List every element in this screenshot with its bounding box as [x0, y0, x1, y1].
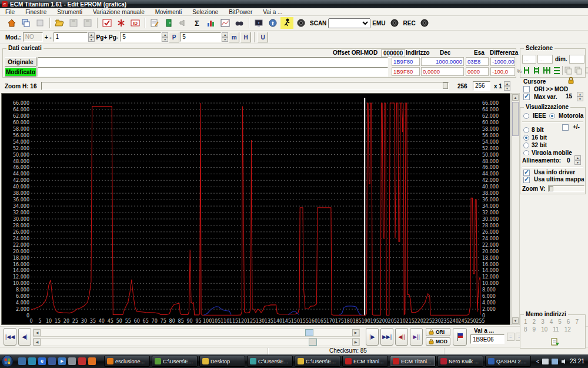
tray-chevron[interactable]: <	[536, 359, 539, 364]
volume-tray-icon[interactable]	[561, 359, 567, 364]
scroll-right-arrow[interactable]: ▶	[352, 339, 359, 346]
plus-minus-checkbox[interactable]	[562, 124, 569, 131]
driver-check-button[interactable]	[101, 17, 113, 29]
monitor-button[interactable]: T	[252, 17, 265, 29]
eprom-graph[interactable]: 002.0002.0004.0004.0006.0006.0008.0008.0…	[1, 93, 510, 325]
show-desktop-icon[interactable]	[18, 357, 26, 365]
notes-icon[interactable]	[78, 357, 86, 365]
go-first-button[interactable]: |◀◀	[4, 328, 16, 346]
record-dot-button[interactable]	[295, 17, 308, 29]
search-binoculars-button[interactable]	[233, 17, 246, 29]
taskbar-button-2[interactable]: Desktop	[199, 356, 245, 367]
rec-record-button[interactable]	[418, 17, 431, 29]
mod-lock-button[interactable]: MOD	[426, 337, 450, 346]
scroll-right-arrow[interactable]: ▶	[352, 329, 359, 336]
step-field[interactable]: 1	[54, 32, 88, 42]
firefox-icon[interactable]	[88, 357, 96, 365]
memo-slot-7[interactable]: 7	[575, 319, 579, 325]
window-switcher-icon[interactable]	[48, 357, 56, 365]
originale-button[interactable]: Originale	[5, 57, 36, 67]
scroll-up-arrow[interactable]: ▲	[512, 94, 519, 101]
menu-item-finestre[interactable]: Finestre	[20, 9, 52, 15]
zoomv-slider[interactable]	[548, 185, 584, 192]
menu-item-bitpower[interactable]: BitPower	[223, 9, 258, 15]
lock-sphere-button[interactable]	[266, 17, 279, 29]
memo-slot-1[interactable]: 1	[524, 319, 527, 325]
memo-slot-8[interactable]: 8	[524, 326, 527, 333]
zoomv-slider-thumb[interactable]	[549, 186, 553, 191]
usa-ultima-mappa-checkbox[interactable]	[523, 177, 530, 183]
ori-mod-checkbox[interactable]	[523, 86, 530, 92]
zoomh-size2[interactable]: 256	[473, 81, 490, 91]
emu-record-button[interactable]	[388, 17, 401, 29]
network-tray-icon[interactable]	[552, 359, 558, 364]
scrollbar-mod[interactable]: ◀ ▶	[33, 338, 360, 346]
zoomh-slider[interactable]	[41, 82, 449, 90]
menu-item-selezione[interactable]: Selezione	[187, 9, 223, 15]
motorola-radio[interactable]	[549, 113, 555, 119]
p-button[interactable]: P	[169, 32, 179, 42]
pg-spinner[interactable]: ▲▼	[162, 32, 168, 42]
taskbar-button-8[interactable]: QASHAI 2....	[485, 356, 531, 367]
pause-fwd-button[interactable]: ▶||	[410, 328, 423, 346]
explorer-icon[interactable]	[68, 357, 76, 365]
selezione-field-1[interactable]: ...	[522, 55, 536, 64]
step-back-button[interactable]: ◀||	[395, 328, 408, 346]
taskbar-button-4[interactable]: C:\Users\E...	[295, 356, 340, 367]
open-file-button[interactable]	[53, 17, 66, 29]
memo-slot-3[interactable]: 3	[541, 319, 544, 325]
vai-a-field[interactable]: 1B9E06	[470, 334, 505, 344]
memo-save-icon[interactable]	[551, 337, 560, 346]
home-button[interactable]	[5, 17, 18, 29]
scroll-left-arrow[interactable]: ◀	[34, 329, 41, 336]
memo-slot-4[interactable]: 4	[550, 319, 553, 325]
step-spinner[interactable]: ▲▼	[88, 32, 95, 42]
dim-field[interactable]	[569, 55, 584, 64]
memo-slot-5[interactable]: 5	[558, 319, 562, 325]
display-tray-icon[interactable]	[542, 359, 549, 364]
menu-item-file[interactable]: File	[0, 9, 20, 15]
scroll-left-arrow[interactable]: ◀	[34, 339, 41, 346]
go-prev-button[interactable]: ◀|	[18, 328, 31, 346]
h-button[interactable]: H	[240, 32, 251, 42]
menu-item-vai-a-[interactable]: Vai a ...	[258, 9, 288, 15]
asterisk-button[interactable]	[115, 17, 128, 29]
ieee-radio[interactable]	[523, 113, 529, 119]
modificato-field[interactable]	[38, 67, 388, 77]
p-field[interactable]: 5	[180, 32, 221, 42]
taskbar-button-1[interactable]: C:\Users\E...	[152, 356, 198, 367]
menu-item-movimenti[interactable]: Movimenti	[150, 9, 188, 15]
u-button[interactable]: U	[258, 32, 268, 42]
cascade-windows-button[interactable]	[19, 17, 32, 29]
fast-fwd-button[interactable]: ▶▶|	[380, 328, 393, 346]
memo-slot-2[interactable]: 2	[533, 319, 536, 325]
scroll-thumb-mod[interactable]	[309, 339, 317, 346]
memo-slot-12[interactable]: 12	[564, 326, 571, 333]
modificato-button[interactable]: Modificato	[5, 67, 36, 77]
menu-item-strumenti[interactable]: Strumenti	[52, 9, 88, 15]
scan-dropdown[interactable]	[328, 18, 370, 28]
memo-slot-9[interactable]: 9	[533, 326, 536, 333]
scroll-thumb-ori[interactable]	[305, 329, 313, 336]
taskbar-button-6[interactable]: ECM Titani...	[390, 356, 436, 367]
memo-slot-10[interactable]: 10	[541, 326, 547, 333]
title-bar[interactable]: e ECM Titanium 1.61 - Edit EPROM (grafic…	[0, 0, 588, 8]
menu-item-variazione-manuale[interactable]: Variazione manuale	[88, 9, 150, 15]
id-button[interactable]: ID	[129, 17, 142, 29]
taskbar-button-5[interactable]: ECM Titani...	[342, 356, 388, 367]
scrollbar-ori[interactable]: ◀ ▶	[33, 329, 360, 337]
scroll-down-arrow[interactable]: ▼	[512, 317, 519, 324]
chart-canvas[interactable]: 002.0002.0004.0004.0006.0006.0008.0008.0…	[2, 94, 510, 324]
flag-button[interactable]	[453, 328, 467, 346]
taskbar-button-0[interactable]: esclusione...	[104, 356, 150, 367]
max-var-value[interactable]: 15	[560, 92, 574, 102]
pg-field[interactable]: 5	[120, 32, 161, 42]
select-all-icon[interactable]	[552, 66, 561, 75]
p-spinner[interactable]: ▲▼	[222, 32, 228, 42]
runner-button[interactable]	[280, 17, 293, 29]
originale-field[interactable]	[38, 57, 388, 67]
internet-explorer-icon[interactable]: e	[38, 357, 46, 365]
stats-button[interactable]	[205, 17, 218, 29]
selezione-field-2[interactable]: ...	[537, 55, 553, 64]
checksum-sigma-button[interactable]: Σ	[191, 17, 203, 29]
